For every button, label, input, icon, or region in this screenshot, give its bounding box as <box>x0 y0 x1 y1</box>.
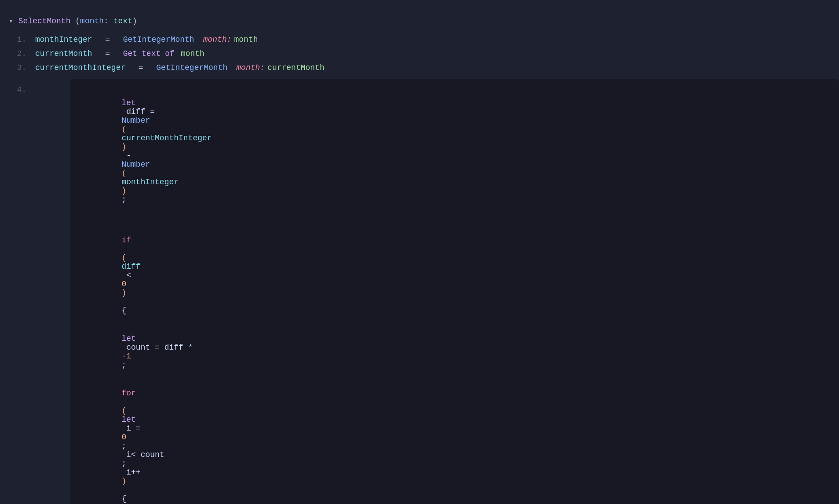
param-value-currentmonth: currentMonth <box>267 63 325 72</box>
func-getintegermonth-2: GetIntegerMonth <box>156 63 227 72</box>
element-month: month <box>181 49 204 58</box>
text-keyword: text <box>142 49 161 58</box>
js-number-func-2: Number <box>121 160 150 169</box>
line-number-2: 2. <box>9 49 35 58</box>
operator-2: = <box>96 49 120 58</box>
param-value-month-1: month <box>234 35 258 44</box>
code-line-diff: let diff = Number ( currentMonthInteger … <box>84 90 826 213</box>
header-param-name: month <box>80 17 104 26</box>
function-keyword: SelectMonth <box>18 17 71 26</box>
code-line-if1: if ( diff < 0 ) { <box>84 227 826 324</box>
operator-1: = <box>96 35 120 44</box>
header-paren-open <box>70 17 75 26</box>
js-monthinteger: monthInteger <box>121 178 179 186</box>
header-line: ▾ SelectMonth ( month : text ) <box>0 13 839 29</box>
line-number-3: 3. <box>9 63 35 72</box>
code-line-for1: for ( let i = 0 ; i< count ; i++ ) { <box>84 380 826 504</box>
line-3-row: 3. currentMonthInteger = GetIntegerMonth… <box>0 61 839 75</box>
operator-3: = <box>129 63 153 72</box>
header-paren-open2: ( <box>75 17 80 26</box>
line-2-row: 2. currentMonth = Get text of month <box>0 47 839 61</box>
code-block: let diff = Number ( currentMonthInteger … <box>70 79 839 504</box>
code-container: ▾ SelectMonth ( month : text ) 1. monthI… <box>0 9 839 504</box>
get-keyword: Get <box>123 49 137 58</box>
var-monthinteger: monthInteger <box>35 35 92 44</box>
header-paren-close: ) <box>132 17 137 26</box>
line-1-content: monthInteger = GetIntegerMonth month: mo… <box>35 35 258 44</box>
param-label-month-3: month: <box>236 63 265 72</box>
line-4-row: 4. let diff = Number ( currentMonthInteg… <box>0 75 839 504</box>
func-getintegermonth-1: GetIntegerMonth <box>123 35 194 44</box>
line-number-1: 1. <box>9 35 35 44</box>
var-currentmonth: currentMonth <box>35 49 92 58</box>
js-number-func-1: Number <box>121 116 150 125</box>
chevron-icon: ▾ <box>9 17 13 26</box>
header-param-type: text <box>113 17 132 26</box>
js-currentmonthinteger: currentMonthInteger <box>121 134 212 142</box>
var-currentmonthinteger: currentMonthInteger <box>35 63 125 72</box>
line-number-4: 4. <box>9 77 35 94</box>
line-3-content: currentMonthInteger = GetIntegerMonth mo… <box>35 63 325 72</box>
of-keyword: of <box>165 49 175 58</box>
param-label-month-1: month: <box>203 35 232 44</box>
line-1-row: 1. monthInteger = GetIntegerMonth month:… <box>0 33 839 47</box>
code-line-count: let count = diff * -1 ; <box>84 325 826 378</box>
js-let-1: let <box>121 99 135 107</box>
js-if-1: if <box>121 236 131 245</box>
header-colon: : <box>104 17 113 26</box>
line-2-content: currentMonth = Get text of month <box>35 49 204 58</box>
blank-line-1 <box>84 215 826 225</box>
